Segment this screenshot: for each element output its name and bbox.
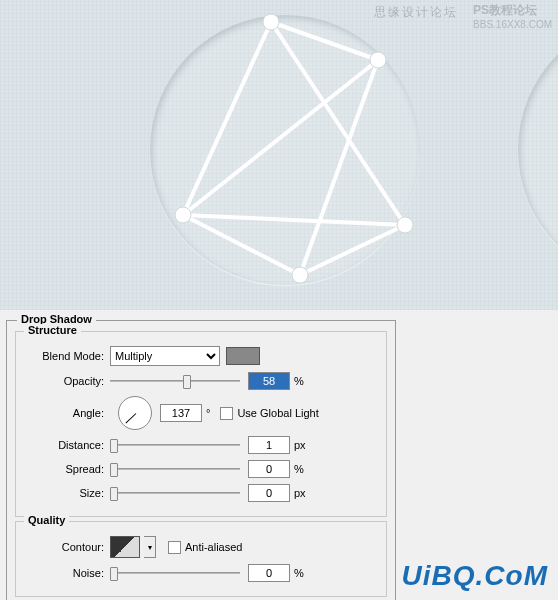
shadow-color-swatch[interactable] (226, 347, 260, 365)
svg-line-7 (183, 215, 300, 275)
opacity-unit: % (294, 375, 304, 387)
global-light-checkbox[interactable] (220, 407, 233, 420)
spread-unit: % (294, 463, 304, 475)
blend-mode-select[interactable]: Multiply (110, 346, 220, 366)
angle-unit: ° (206, 407, 210, 419)
angle-dial[interactable] (118, 396, 152, 430)
spread-input[interactable] (248, 460, 290, 478)
global-light-label: Use Global Light (237, 407, 318, 419)
site-logo: UiBQ.CoM (402, 560, 548, 592)
contour-dropdown[interactable]: ▾ (144, 536, 156, 558)
svg-line-0 (271, 22, 378, 60)
distance-unit: px (294, 439, 306, 451)
spread-slider[interactable] (110, 461, 240, 477)
size-label: Size: (26, 487, 104, 499)
svg-point-12 (175, 207, 191, 223)
size-unit: px (294, 487, 306, 499)
structure-legend: Structure (24, 324, 81, 336)
angle-label: Angle: (26, 407, 104, 419)
spread-label: Spread: (26, 463, 104, 475)
opacity-input[interactable] (248, 372, 290, 390)
svg-line-2 (183, 22, 271, 215)
distance-label: Distance: (26, 439, 104, 451)
noise-input[interactable] (248, 564, 290, 582)
drop-shadow-panel: Drop Shadow Structure Blend Mode: Multip… (6, 320, 396, 600)
blend-mode-label: Blend Mode: (26, 350, 104, 362)
svg-point-8 (263, 14, 279, 30)
structure-fieldset: Structure Blend Mode: Multiply Opacity: … (15, 331, 387, 517)
noise-label: Noise: (26, 567, 104, 579)
noise-slider[interactable] (110, 565, 240, 581)
opacity-slider[interactable] (110, 373, 240, 389)
size-slider[interactable] (110, 485, 240, 501)
distance-slider[interactable] (110, 437, 240, 453)
distance-input[interactable] (248, 436, 290, 454)
size-input[interactable] (248, 484, 290, 502)
svg-point-9 (370, 52, 386, 68)
quality-fieldset: Quality Contour: ▾ Anti-aliased Noise: % (15, 521, 387, 597)
svg-line-5 (183, 215, 405, 225)
design-canvas: 思缘设计论坛 PS教程论坛 BBS.16XX8.COM (0, 0, 558, 310)
node-graph (0, 0, 558, 310)
svg-point-10 (397, 217, 413, 233)
contour-swatch[interactable] (110, 536, 140, 558)
svg-line-1 (271, 22, 405, 225)
opacity-label: Opacity: (26, 375, 104, 387)
angle-input[interactable] (160, 404, 202, 422)
noise-unit: % (294, 567, 304, 579)
anti-aliased-checkbox[interactable] (168, 541, 181, 554)
svg-point-11 (292, 267, 308, 283)
quality-legend: Quality (24, 514, 69, 526)
contour-label: Contour: (26, 541, 104, 553)
anti-aliased-label: Anti-aliased (185, 541, 242, 553)
